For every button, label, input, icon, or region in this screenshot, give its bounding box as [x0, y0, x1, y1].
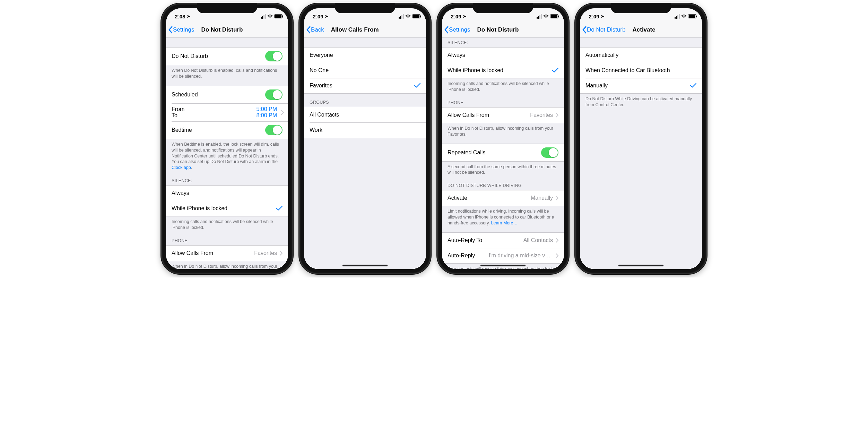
- row-work[interactable]: Work: [304, 122, 426, 138]
- wifi-icon: [267, 14, 273, 18]
- back-button[interactable]: Back: [304, 26, 324, 34]
- toggle-do-not-disturb[interactable]: [265, 51, 283, 61]
- wifi-icon: [405, 14, 411, 18]
- chevron-right-icon: [556, 196, 558, 200]
- notch: [473, 3, 533, 13]
- group-autoreply: Auto-Reply To All Contacts Auto-Reply I'…: [442, 232, 564, 264]
- content[interactable]: Do Not Disturb When Do Not Disturb is en…: [166, 37, 288, 269]
- back-button[interactable]: Settings: [166, 26, 194, 34]
- header-groups: GROUPS: [304, 94, 426, 107]
- check-icon: [414, 82, 420, 89]
- group-activate-options: Automatically When Connected to Car Blue…: [580, 47, 702, 94]
- toggle-scheduled[interactable]: [265, 89, 283, 100]
- location-icon: ➤: [601, 14, 604, 19]
- back-label: Settings: [173, 26, 194, 33]
- status-time: 2:09: [589, 14, 599, 19]
- row-manually[interactable]: Manually: [580, 78, 702, 93]
- header-driving: DO NOT DISTURB WHILE DRIVING: [442, 177, 564, 190]
- footer-activate: Do Not Disturb While Driving can be acti…: [580, 94, 702, 109]
- header-silence: SILENCE:: [166, 172, 288, 185]
- status-time: 2:09: [451, 14, 461, 19]
- row-all-contacts[interactable]: All Contacts: [304, 107, 426, 122]
- home-indicator[interactable]: [342, 265, 388, 266]
- notch: [611, 3, 671, 13]
- chevron-left-icon: [306, 26, 311, 34]
- group-silence: Always While iPhone is locked: [166, 185, 288, 216]
- back-button[interactable]: Do Not Disturb: [580, 26, 625, 34]
- battery-icon: [688, 14, 696, 18]
- check-icon: [276, 205, 283, 212]
- footer-silence: Incoming calls and notifications will be…: [442, 78, 564, 94]
- row-silence-always[interactable]: Always: [166, 186, 288, 201]
- location-icon: ➤: [187, 14, 190, 19]
- home-indicator[interactable]: [480, 265, 526, 266]
- group-schedule: Scheduled From5:00 PM To8:00 PM Bedtime: [166, 86, 288, 139]
- wifi-icon: [681, 14, 687, 18]
- row-favorites[interactable]: Favorites: [304, 78, 426, 93]
- toggle-bedtime[interactable]: [265, 125, 283, 135]
- phone-frame: 2:08 ➤ Settings Do Not Disturb Do Not Di…: [161, 3, 293, 274]
- link-learn-more[interactable]: Learn More…: [491, 221, 518, 225]
- row-auto-reply-to[interactable]: Auto-Reply To All Contacts: [442, 233, 564, 248]
- content[interactable]: SILENCE: Always While iPhone is locked I…: [442, 37, 564, 269]
- phone-frame: 2:09 ➤ Back Allow Calls From Everyone: [299, 3, 431, 274]
- row-silence-always[interactable]: Always: [442, 48, 564, 63]
- page-title: Allow Calls From: [324, 26, 379, 33]
- chevron-right-icon: [556, 253, 558, 258]
- footer-allow: When in Do Not Disturb, allow incoming c…: [166, 261, 288, 269]
- row-no-one[interactable]: No One: [304, 63, 426, 78]
- location-icon: ➤: [325, 14, 328, 19]
- row-auto-reply[interactable]: Auto-Reply I'm driving a mid-size vehicl…: [442, 248, 564, 263]
- content[interactable]: Automatically When Connected to Car Blue…: [580, 37, 702, 269]
- row-activate[interactable]: Activate Manually: [442, 190, 564, 206]
- row-silence-locked[interactable]: While iPhone is locked: [166, 201, 288, 216]
- row-allow-calls-from[interactable]: Allow Calls From Favorites: [442, 108, 564, 123]
- home-indicator[interactable]: [618, 265, 663, 266]
- screen: 2:09 ➤ Back Allow Calls From Everyone: [304, 8, 426, 269]
- row-automatically[interactable]: Automatically: [580, 48, 702, 63]
- location-icon: ➤: [463, 14, 466, 19]
- row-allow-calls-from[interactable]: Allow Calls From Favorites: [166, 246, 288, 261]
- cellular-signal-icon: [399, 14, 404, 19]
- group-phone-allow: Allow Calls From Favorites: [442, 107, 564, 123]
- check-icon: [552, 67, 558, 74]
- footer-bedtime: When Bedtime is enabled, the lock screen…: [166, 139, 288, 172]
- chevron-left-icon: [444, 26, 449, 34]
- navigation-bar: Settings Do Not Disturb: [442, 22, 564, 37]
- cellular-signal-icon: [675, 14, 680, 19]
- toggle-repeated-calls[interactable]: [541, 147, 558, 158]
- chevron-left-icon: [168, 26, 173, 34]
- group-repeated: Repeated Calls: [442, 144, 564, 162]
- back-label: Do Not Disturb: [587, 26, 625, 33]
- footer-repeated: A second call from the same person withi…: [442, 162, 564, 177]
- row-car-bluetooth[interactable]: When Connected to Car Bluetooth: [580, 63, 702, 78]
- row-do-not-disturb[interactable]: Do Not Disturb: [166, 48, 288, 65]
- chevron-left-icon: [582, 26, 587, 34]
- cellular-signal-icon: [537, 14, 542, 19]
- screen: 2:08 ➤ Settings Do Not Disturb Do Not Di…: [166, 8, 288, 269]
- link-clock-app[interactable]: Clock app: [172, 165, 191, 170]
- row-repeated-calls[interactable]: Repeated Calls: [442, 144, 564, 161]
- footer-activate: Limit notifications while driving. Incom…: [442, 206, 564, 228]
- navigation-bar: Do Not Disturb Activate: [580, 22, 702, 37]
- content[interactable]: Everyone No One Favorites GROUPS All Con…: [304, 37, 426, 269]
- label: Do Not Disturb: [172, 53, 208, 59]
- header-phone: PHONE: [166, 232, 288, 245]
- screen: 2:09 ➤ Settings Do Not Disturb SILENCE: …: [442, 8, 564, 269]
- group-allow-basic: Everyone No One Favorites: [304, 47, 426, 94]
- status-time: 2:08: [175, 14, 185, 19]
- status-time: 2:09: [313, 14, 323, 19]
- row-silence-locked[interactable]: While iPhone is locked: [442, 63, 564, 78]
- chevron-right-icon: [281, 110, 284, 115]
- row-bedtime[interactable]: Bedtime: [166, 121, 288, 139]
- row-time-range[interactable]: From5:00 PM To8:00 PM: [166, 103, 288, 121]
- footer-dnd: When Do Not Disturb is enabled, calls an…: [166, 65, 288, 81]
- footer-allow: When in Do Not Disturb, allow incoming c…: [442, 123, 564, 139]
- back-button[interactable]: Settings: [442, 26, 470, 34]
- page-title: Activate: [625, 26, 655, 33]
- group-dnd: Do Not Disturb: [166, 47, 288, 65]
- header-silence: SILENCE:: [442, 37, 564, 47]
- row-everyone[interactable]: Everyone: [304, 48, 426, 63]
- phone-frame: 2:09 ➤ Settings Do Not Disturb SILENCE: …: [437, 3, 569, 274]
- row-scheduled[interactable]: Scheduled: [166, 86, 288, 103]
